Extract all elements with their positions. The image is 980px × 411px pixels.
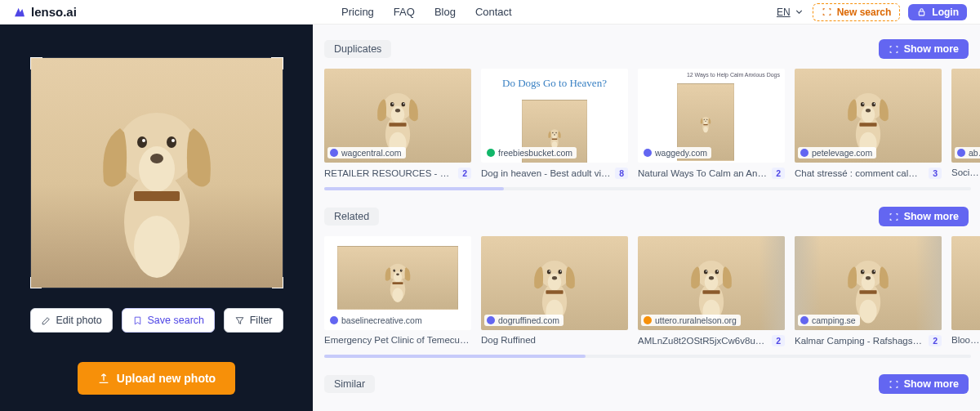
source-domain: baselinecreative.com xyxy=(327,315,426,326)
main-nav: Pricing FAQ Blog Contact xyxy=(77,6,777,18)
language-label: EN xyxy=(777,7,791,18)
result-card[interactable]: wagcentral.com RETAILER RESOURCES - Wag … xyxy=(324,69,471,179)
result-card[interactable]: Bloo… xyxy=(951,236,980,346)
language-selector[interactable]: EN xyxy=(777,7,804,18)
result-card[interactable]: baselinecreative.com Emergency Pet Clini… xyxy=(324,236,471,346)
header: lenso.ai Pricing FAQ Blog Contact EN New… xyxy=(0,0,980,25)
source-domain: camping.se xyxy=(798,315,860,326)
result-title: Kalmar Camping - Rafshagsudden - L… xyxy=(795,336,925,346)
section-title-duplicates: Duplicates xyxy=(324,40,391,58)
favicon-icon xyxy=(957,149,965,157)
thumbnail: Do Dogs Go to Heaven? freebiesbucket.com xyxy=(481,69,628,163)
section-similar: Similar Show more xyxy=(324,374,980,394)
result-title: Chat stressé : comment calmer un ch… xyxy=(795,168,925,178)
favicon-icon xyxy=(487,316,495,324)
thumbnail: baselinecreative.com xyxy=(324,236,471,330)
thumbnail: ab… xyxy=(951,69,980,163)
source-domain: petelevage.com xyxy=(798,147,876,159)
favicon-icon xyxy=(644,316,652,324)
show-more-similar[interactable]: Show more xyxy=(879,374,969,394)
header-actions: EN New search Login xyxy=(777,3,967,21)
thumbnail: petelevage.com xyxy=(795,69,942,163)
horizontal-scrollbar[interactable] xyxy=(324,355,971,358)
new-search-button[interactable]: New search xyxy=(813,3,901,21)
dog-image xyxy=(75,67,238,279)
expand-icon xyxy=(889,44,899,55)
count-badge: 2 xyxy=(772,168,785,179)
query-image[interactable] xyxy=(30,57,283,288)
nav-faq[interactable]: FAQ xyxy=(394,6,415,18)
save-search-button[interactable]: Save search xyxy=(122,308,215,333)
result-card[interactable]: ab… Soci… xyxy=(951,69,980,179)
count-badge: 3 xyxy=(929,168,942,179)
logo-icon xyxy=(13,6,26,19)
source-domain: wagcentral.com xyxy=(327,147,406,159)
result-card[interactable]: petelevage.com Chat stressé : comment ca… xyxy=(795,69,942,179)
source-domain: uttero.ruralnelson.org xyxy=(641,315,741,326)
expand-icon xyxy=(889,379,899,390)
result-card[interactable]: dogruffined.com Dog Ruffined xyxy=(481,236,628,346)
upload-new-photo-button[interactable]: Upload new photo xyxy=(78,362,235,395)
count-badge: 8 xyxy=(615,168,628,179)
result-title: Dog in heaven - Best adult videos and… xyxy=(481,168,612,178)
show-more-related[interactable]: Show more xyxy=(879,207,969,226)
source-domain: freebiesbucket.com xyxy=(484,147,577,159)
result-title: RETAILER RESOURCES - Wag Central xyxy=(324,168,455,178)
new-search-label: New search xyxy=(837,7,892,18)
filter-button[interactable]: Filter xyxy=(224,308,283,333)
filter-icon xyxy=(234,315,245,326)
favicon-icon xyxy=(644,149,652,157)
brand-text: lenso.ai xyxy=(31,5,77,19)
upload-icon xyxy=(97,372,110,385)
source-domain: dogruffined.com xyxy=(484,315,564,326)
favicon-icon xyxy=(800,316,808,324)
count-badge: 2 xyxy=(929,335,942,346)
sidebar: Edit photo Save search Filter Upload new… xyxy=(0,25,313,411)
thumbnail xyxy=(951,236,980,330)
section-related: Related Show more baselinecreative.com E… xyxy=(324,207,980,358)
result-title: Bloo… xyxy=(951,335,980,345)
result-card[interactable]: uttero.ruralnelson.org AMLnZu8t2OStR5jxC… xyxy=(638,236,785,346)
edit-icon xyxy=(41,315,51,326)
edit-photo-button[interactable]: Edit photo xyxy=(30,308,113,333)
result-title: Soci… xyxy=(951,168,980,177)
overlay-text: Do Dogs Go to Heaven? xyxy=(481,77,628,90)
favicon-icon xyxy=(800,149,808,157)
thumbnail: camping.se xyxy=(795,236,942,330)
related-cards: baselinecreative.com Emergency Pet Clini… xyxy=(324,236,980,346)
count-badge: 2 xyxy=(772,335,785,346)
section-title-similar: Similar xyxy=(324,375,375,393)
svg-rect-10 xyxy=(920,11,925,16)
show-more-duplicates[interactable]: Show more xyxy=(879,39,969,59)
results-panel: Duplicates Show more wagcentral.com RETA… xyxy=(313,25,980,411)
thumbnail: wagcentral.com xyxy=(324,69,471,163)
source-domain: waggedy.com xyxy=(641,147,711,159)
expand-icon xyxy=(889,212,899,222)
chevron-down-icon xyxy=(794,7,804,17)
result-card[interactable]: Do Dogs Go to Heaven? freebiesbucket.com… xyxy=(481,69,628,179)
section-duplicates: Duplicates Show more wagcentral.com RETA… xyxy=(324,39,980,190)
horizontal-scrollbar[interactable] xyxy=(324,187,971,190)
result-card[interactable]: 12 Ways to Help Calm Anxious Dogs wagged… xyxy=(638,69,785,179)
thumbnail: uttero.ruralnelson.org xyxy=(638,236,785,330)
bookmark-icon xyxy=(132,315,143,326)
login-button[interactable]: Login xyxy=(908,4,967,20)
result-title: Dog Ruffined xyxy=(481,335,628,345)
result-title: Natural Ways To Calm an Anxious Do… xyxy=(638,168,768,178)
overlay-text: 12 Ways to Help Calm Anxious Dogs xyxy=(687,72,780,78)
count-badge: 2 xyxy=(458,168,471,179)
result-title: Emergency Pet Clinic of Temecula Case S… xyxy=(324,335,471,345)
scan-icon xyxy=(822,7,832,17)
favicon-icon xyxy=(330,316,338,324)
result-card[interactable]: camping.se Kalmar Camping - Rafshagsudde… xyxy=(795,236,942,346)
nav-contact[interactable]: Contact xyxy=(475,6,512,18)
thumbnail: 12 Ways to Help Calm Anxious Dogs wagged… xyxy=(638,69,785,163)
logo[interactable]: lenso.ai xyxy=(13,5,77,19)
lock-icon xyxy=(916,7,927,17)
nav-blog[interactable]: Blog xyxy=(434,6,456,18)
nav-pricing[interactable]: Pricing xyxy=(341,6,374,18)
favicon-icon xyxy=(487,149,495,157)
login-label: Login xyxy=(932,7,959,18)
favicon-icon xyxy=(330,149,338,157)
thumbnail: dogruffined.com xyxy=(481,236,628,330)
